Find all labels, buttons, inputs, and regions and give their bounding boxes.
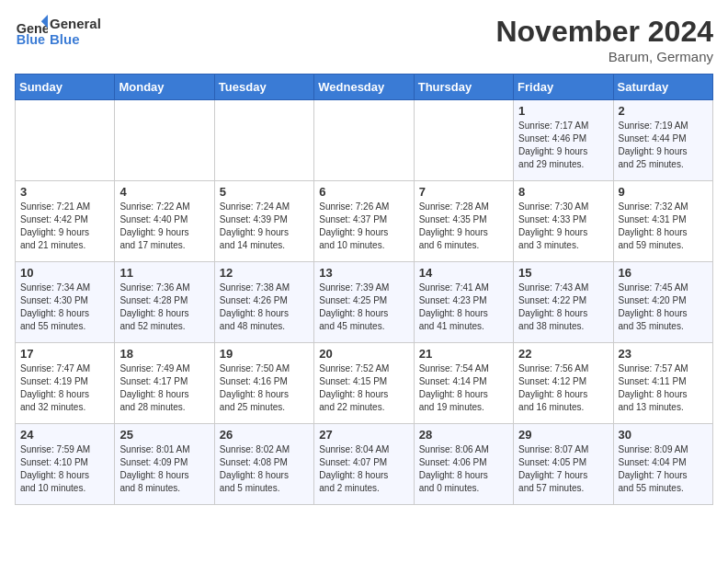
logo: General Blue General Blue xyxy=(15,15,101,48)
calendar-cell: 15Sunrise: 7:43 AM Sunset: 4:22 PM Dayli… xyxy=(514,262,613,343)
day-info: Sunrise: 7:50 AM Sunset: 4:16 PM Dayligh… xyxy=(220,362,309,414)
day-number: 12 xyxy=(220,266,309,280)
day-info: Sunrise: 7:30 AM Sunset: 4:33 PM Dayligh… xyxy=(518,201,608,252)
day-number: 19 xyxy=(220,347,309,361)
day-info: Sunrise: 7:59 AM Sunset: 4:10 PM Dayligh… xyxy=(20,443,109,495)
day-info: Sunrise: 7:22 AM Sunset: 4:40 PM Dayligh… xyxy=(119,201,209,252)
title-block: November 2024 Barum, Germany xyxy=(495,15,713,64)
day-info: Sunrise: 7:57 AM Sunset: 4:11 PM Dayligh… xyxy=(619,362,708,414)
day-info: Sunrise: 8:04 AM Sunset: 4:07 PM Dayligh… xyxy=(319,443,408,495)
calendar-cell: 1Sunrise: 7:17 AM Sunset: 4:46 PM Daylig… xyxy=(514,100,613,181)
day-number: 10 xyxy=(20,266,109,280)
calendar-cell xyxy=(414,100,513,181)
logo-line2: Blue xyxy=(50,31,101,47)
logo-line1: General xyxy=(50,16,101,31)
day-number: 20 xyxy=(319,347,408,361)
day-info: Sunrise: 7:45 AM Sunset: 4:20 PM Dayligh… xyxy=(619,282,708,333)
day-number: 28 xyxy=(419,428,508,442)
day-info: Sunrise: 7:17 AM Sunset: 4:46 PM Dayligh… xyxy=(518,120,608,171)
day-number: 4 xyxy=(119,185,209,199)
day-number: 5 xyxy=(220,185,309,199)
day-number: 27 xyxy=(319,428,408,442)
day-info: Sunrise: 7:56 AM Sunset: 4:12 PM Dayligh… xyxy=(518,362,608,414)
day-number: 30 xyxy=(619,428,708,442)
calendar-cell: 6Sunrise: 7:26 AM Sunset: 4:37 PM Daylig… xyxy=(314,181,414,262)
day-number: 3 xyxy=(20,185,109,199)
calendar-cell xyxy=(16,100,115,181)
weekday-header-sunday: Sunday xyxy=(16,75,115,100)
day-info: Sunrise: 7:52 AM Sunset: 4:15 PM Dayligh… xyxy=(319,362,408,414)
day-info: Sunrise: 7:19 AM Sunset: 4:44 PM Dayligh… xyxy=(619,120,708,171)
day-number: 23 xyxy=(619,347,708,361)
calendar-cell: 2Sunrise: 7:19 AM Sunset: 4:44 PM Daylig… xyxy=(613,100,712,181)
logo-icon: General Blue xyxy=(15,15,48,48)
calendar-cell: 5Sunrise: 7:24 AM Sunset: 4:39 PM Daylig… xyxy=(214,181,313,262)
day-info: Sunrise: 8:07 AM Sunset: 4:05 PM Dayligh… xyxy=(518,443,608,495)
calendar-cell: 22Sunrise: 7:56 AM Sunset: 4:12 PM Dayli… xyxy=(514,343,613,424)
svg-text:Blue: Blue xyxy=(17,32,45,47)
day-number: 15 xyxy=(518,266,608,280)
calendar-cell: 3Sunrise: 7:21 AM Sunset: 4:42 PM Daylig… xyxy=(16,181,115,262)
calendar-cell: 27Sunrise: 8:04 AM Sunset: 4:07 PM Dayli… xyxy=(314,424,414,505)
day-info: Sunrise: 7:47 AM Sunset: 4:19 PM Dayligh… xyxy=(20,362,109,414)
calendar-cell: 11Sunrise: 7:36 AM Sunset: 4:28 PM Dayli… xyxy=(115,262,214,343)
day-info: Sunrise: 7:24 AM Sunset: 4:39 PM Dayligh… xyxy=(220,201,309,252)
day-info: Sunrise: 7:34 AM Sunset: 4:30 PM Dayligh… xyxy=(20,282,109,333)
day-info: Sunrise: 7:49 AM Sunset: 4:17 PM Dayligh… xyxy=(119,362,209,414)
day-info: Sunrise: 7:36 AM Sunset: 4:28 PM Dayligh… xyxy=(119,282,209,333)
day-number: 16 xyxy=(619,266,708,280)
day-number: 13 xyxy=(319,266,408,280)
location: Barum, Germany xyxy=(495,49,713,64)
day-info: Sunrise: 7:39 AM Sunset: 4:25 PM Dayligh… xyxy=(319,282,408,333)
day-number: 2 xyxy=(619,104,708,118)
day-number: 29 xyxy=(518,428,608,442)
calendar-cell: 25Sunrise: 8:01 AM Sunset: 4:09 PM Dayli… xyxy=(115,424,214,505)
day-info: Sunrise: 7:32 AM Sunset: 4:31 PM Dayligh… xyxy=(619,201,708,252)
calendar-cell: 19Sunrise: 7:50 AM Sunset: 4:16 PM Dayli… xyxy=(214,343,313,424)
calendar-cell: 9Sunrise: 7:32 AM Sunset: 4:31 PM Daylig… xyxy=(613,181,712,262)
calendar-cell: 7Sunrise: 7:28 AM Sunset: 4:35 PM Daylig… xyxy=(414,181,513,262)
weekday-header-tuesday: Tuesday xyxy=(214,75,313,100)
calendar-cell: 18Sunrise: 7:49 AM Sunset: 4:17 PM Dayli… xyxy=(115,343,214,424)
calendar-cell xyxy=(314,100,414,181)
month-title: November 2024 xyxy=(495,15,713,49)
day-info: Sunrise: 7:43 AM Sunset: 4:22 PM Dayligh… xyxy=(518,282,608,333)
day-info: Sunrise: 7:28 AM Sunset: 4:35 PM Dayligh… xyxy=(419,201,508,252)
calendar-cell xyxy=(115,100,214,181)
day-number: 25 xyxy=(119,428,209,442)
day-info: Sunrise: 7:38 AM Sunset: 4:26 PM Dayligh… xyxy=(220,282,309,333)
calendar-cell: 14Sunrise: 7:41 AM Sunset: 4:23 PM Dayli… xyxy=(414,262,513,343)
day-info: Sunrise: 8:09 AM Sunset: 4:04 PM Dayligh… xyxy=(619,443,708,495)
weekday-header-thursday: Thursday xyxy=(414,75,513,100)
weekday-header-monday: Monday xyxy=(115,75,214,100)
day-number: 6 xyxy=(319,185,408,199)
day-number: 26 xyxy=(220,428,309,442)
day-number: 21 xyxy=(419,347,508,361)
day-info: Sunrise: 7:21 AM Sunset: 4:42 PM Dayligh… xyxy=(20,201,109,252)
calendar-cell: 30Sunrise: 8:09 AM Sunset: 4:04 PM Dayli… xyxy=(613,424,712,505)
day-info: Sunrise: 8:01 AM Sunset: 4:09 PM Dayligh… xyxy=(119,443,209,495)
day-number: 9 xyxy=(619,185,708,199)
day-number: 14 xyxy=(419,266,508,280)
calendar-cell: 17Sunrise: 7:47 AM Sunset: 4:19 PM Dayli… xyxy=(16,343,115,424)
day-info: Sunrise: 7:41 AM Sunset: 4:23 PM Dayligh… xyxy=(419,282,508,333)
day-number: 18 xyxy=(119,347,209,361)
calendar-cell: 23Sunrise: 7:57 AM Sunset: 4:11 PM Dayli… xyxy=(613,343,712,424)
day-number: 22 xyxy=(518,347,608,361)
calendar-cell: 20Sunrise: 7:52 AM Sunset: 4:15 PM Dayli… xyxy=(314,343,414,424)
calendar-cell: 4Sunrise: 7:22 AM Sunset: 4:40 PM Daylig… xyxy=(115,181,214,262)
calendar-cell: 13Sunrise: 7:39 AM Sunset: 4:25 PM Dayli… xyxy=(314,262,414,343)
calendar-cell: 10Sunrise: 7:34 AM Sunset: 4:30 PM Dayli… xyxy=(16,262,115,343)
calendar-cell: 29Sunrise: 8:07 AM Sunset: 4:05 PM Dayli… xyxy=(514,424,613,505)
day-info: Sunrise: 7:26 AM Sunset: 4:37 PM Dayligh… xyxy=(319,201,408,252)
weekday-header-wednesday: Wednesday xyxy=(314,75,414,100)
calendar-cell xyxy=(214,100,313,181)
day-info: Sunrise: 8:02 AM Sunset: 4:08 PM Dayligh… xyxy=(220,443,309,495)
day-number: 7 xyxy=(419,185,508,199)
weekday-header-saturday: Saturday xyxy=(613,75,712,100)
calendar-cell: 26Sunrise: 8:02 AM Sunset: 4:08 PM Dayli… xyxy=(214,424,313,505)
day-number: 11 xyxy=(119,266,209,280)
calendar-cell: 24Sunrise: 7:59 AM Sunset: 4:10 PM Dayli… xyxy=(16,424,115,505)
day-number: 8 xyxy=(518,185,608,199)
calendar-cell: 12Sunrise: 7:38 AM Sunset: 4:26 PM Dayli… xyxy=(214,262,313,343)
